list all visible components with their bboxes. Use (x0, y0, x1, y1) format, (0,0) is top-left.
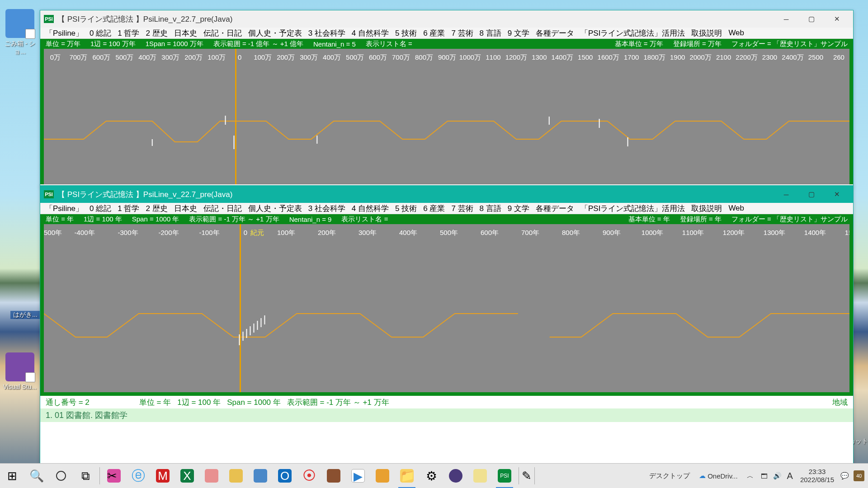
close-button[interactable]: ✕ (824, 10, 849, 28)
tray-chevron[interactable]: ︿ (742, 464, 758, 488)
menu-item-11[interactable]: 7 芸術 (448, 203, 476, 214)
media-icon[interactable]: ▶ (346, 464, 370, 488)
menu-item-12[interactable]: 8 言語 (476, 203, 505, 214)
task-view-button[interactable]: ⧉ (73, 464, 98, 488)
app-icon-5[interactable] (370, 464, 395, 488)
clock[interactable]: 23:33 2022/08/15 (796, 468, 839, 484)
maximize-button[interactable]: ▢ (799, 186, 824, 203)
search-button[interactable]: 🔍 (24, 464, 49, 488)
menu-item-11[interactable]: 7 芸術 (448, 28, 476, 38)
menu-item-16[interactable]: 取扱説明 (688, 203, 725, 214)
info-nentani: Nentani_n = 9 (289, 216, 332, 223)
titlebar[interactable]: PSI 【 PSIライン式記憶法 】PsiLine_v_22.7_pre(Jav… (40, 186, 853, 203)
start-button[interactable]: ⊞ (0, 464, 24, 488)
desktop-icon-hagaki[interactable]: はがき... (10, 311, 40, 319)
info-regloc: 登録場所 = 万年 (673, 40, 722, 48)
app-icon-1[interactable] (199, 464, 224, 488)
menu-item-4[interactable]: 日本史 (171, 28, 200, 38)
menu-item-17[interactable]: Web (725, 28, 747, 38)
menu-item-17[interactable]: Web (725, 204, 747, 213)
info-unit: 単位 = 年 (46, 215, 74, 224)
close-button[interactable]: ✕ (824, 186, 849, 203)
menu-item-13[interactable]: 9 文学 (505, 203, 533, 214)
window-psiline-2: PSI 【 PSIライン式記憶法 】PsiLine_v_22.7_pre(Jav… (40, 185, 854, 465)
titlebar[interactable]: PSI 【 PSIライン式記憶法 】PsiLine_v_22.7_pre(Jav… (40, 10, 853, 28)
menu-item-2[interactable]: 1 哲学 (114, 28, 142, 38)
separator (534, 467, 535, 484)
menu-item-6[interactable]: 個人史・予定表 (245, 203, 305, 214)
volume-icon[interactable]: 🔊 (770, 464, 784, 488)
menu-item-4[interactable]: 日本史 (171, 203, 200, 214)
app-icon-3[interactable] (248, 464, 273, 488)
menu-item-9[interactable]: 5 技術 (392, 203, 420, 214)
timeline-canvas[interactable]: 500年-400年-300年-200年-100年0紀元100年200年300年4… (40, 224, 853, 392)
battery-icon[interactable]: 🗔 (758, 464, 770, 488)
menu-item-7[interactable]: 3 社会科学 (305, 203, 349, 214)
status-bar: 通し番号 = 2 単位 = 年 1辺 = 100 年 Span = 1000 年… (40, 396, 853, 408)
explorer-icon[interactable]: 📁 (395, 464, 419, 488)
desktop-icon-label: ごみ箱 - ショ... (0, 40, 40, 56)
menu-item-3[interactable]: 2 歴史 (142, 28, 170, 38)
pen-icon[interactable]: ✎ (521, 464, 533, 488)
notification-badge[interactable]: 40 (854, 470, 864, 481)
menu-item-3[interactable]: 2 歴史 (142, 203, 170, 214)
info-nentani: Nentani_n = 5 (313, 40, 356, 48)
menu-item-8[interactable]: 4 自然科学 (349, 203, 392, 214)
menu-item-8[interactable]: 4 自然科学 (349, 28, 392, 38)
ime-indicator[interactable]: A (784, 464, 796, 488)
menu-item-14[interactable]: 各種データ (533, 28, 577, 38)
window-title: 【 PSIライン式記憶法 】PsiLine_v_22.7_pre(Java) (57, 14, 232, 24)
menu-item-6[interactable]: 個人史・予定表 (245, 28, 305, 38)
settings-icon[interactable]: ⚙ (419, 464, 443, 488)
app-icon-2[interactable] (224, 464, 248, 488)
info-range: 表示範囲 = -1 億年 ～ +1 億年 (213, 40, 303, 48)
timeline-canvas[interactable]: 0万700万600万500万400万300万200万100万0100万200万3… (40, 49, 853, 184)
minimize-button[interactable]: ─ (774, 10, 799, 28)
menu-item-2[interactable]: 1 哲学 (114, 203, 142, 214)
menu-item-15[interactable]: 「PSIライン式記憶法」活用法 (577, 28, 688, 38)
notes-icon[interactable] (468, 464, 492, 488)
menu-item-14[interactable]: 各種データ (533, 203, 577, 214)
detail-text: 1. 01 図書館. 図書館学 (46, 410, 127, 421)
desktop-icon-recycle[interactable]: ごみ箱 - ショ... (0, 9, 40, 56)
menubar: 「Psiline」0 総記1 哲学2 歴史日本史伝記・日記個人史・予定表3 社会… (40, 28, 853, 39)
maximize-button[interactable]: ▢ (799, 10, 824, 28)
status-region: 地域 (832, 397, 848, 408)
info-listname: 表示リスト名 = (366, 40, 412, 48)
app-icon: PSI (44, 190, 54, 198)
info-listname: 表示リスト名 = (341, 215, 388, 224)
excel-icon[interactable]: X (175, 464, 199, 488)
outlook-icon[interactable]: O (273, 464, 297, 488)
desktop-icon-vs[interactable]: Visual Stu... (0, 352, 40, 390)
app-icon: PSI (44, 15, 54, 23)
menu-item-9[interactable]: 5 技術 (392, 28, 420, 38)
menu-item-0[interactable]: 「Psiline」 (42, 203, 86, 214)
menu-item-12[interactable]: 8 言語 (476, 28, 505, 38)
info-unit: 単位 = 万年 (46, 40, 80, 48)
snip-icon[interactable]: ✂ (102, 464, 126, 488)
app-icon-4[interactable] (321, 464, 346, 488)
visual-studio-icon (5, 352, 34, 381)
maps-icon[interactable]: ⦿ (297, 464, 321, 488)
menu-item-1[interactable]: 0 総記 (86, 28, 114, 38)
menu-item-10[interactable]: 6 産業 (420, 203, 448, 214)
menu-item-16[interactable]: 取扱説明 (688, 28, 725, 38)
onedrive-tray[interactable]: ☁OneDriv... (694, 464, 742, 488)
eclipse-icon[interactable] (443, 464, 468, 488)
menu-item-15[interactable]: 「PSIライン式記憶法」活用法 (577, 203, 688, 214)
menu-item-5[interactable]: 伝記・日記 (200, 28, 245, 38)
cortana-button[interactable] (49, 464, 73, 488)
menu-item-1[interactable]: 0 総記 (86, 203, 114, 214)
mcafee-icon[interactable]: M (151, 464, 175, 488)
ie-icon[interactable]: ⓔ (126, 464, 151, 488)
menu-item-5[interactable]: 伝記・日記 (200, 203, 245, 214)
menu-item-0[interactable]: 「Psiline」 (42, 28, 86, 38)
action-center-icon[interactable]: 💬 (839, 464, 851, 488)
info-range: 表示範囲 = -1 万年 ～ +1 万年 (189, 215, 279, 224)
minimize-button[interactable]: ─ (774, 186, 799, 203)
psiline-taskbar-icon[interactable]: PSI (492, 464, 517, 488)
menu-item-13[interactable]: 9 文学 (505, 28, 533, 38)
menu-item-10[interactable]: 6 産業 (420, 28, 448, 38)
menu-item-7[interactable]: 3 社会科学 (305, 28, 349, 38)
desktop-toolbar[interactable]: デスクトップ (645, 464, 694, 488)
